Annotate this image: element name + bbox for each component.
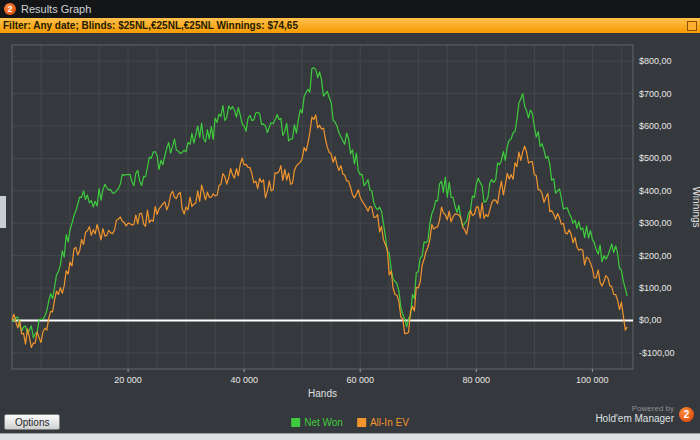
series-all-in-ev (12, 115, 627, 348)
options-button-label: Options (15, 417, 49, 428)
options-button[interactable]: Options (4, 414, 60, 430)
y-tick-label: $400,00 (639, 186, 672, 196)
filter-settings-icon[interactable] (687, 21, 697, 31)
legend-swatch-all-in-ev (357, 418, 366, 427)
background-window-sliver (0, 196, 6, 228)
hm2-footer-logo-icon: 2 (679, 407, 694, 422)
chart-legend: Net WonAll-In EV (291, 417, 409, 428)
x-axis-title: Hands (308, 388, 337, 399)
x-tick-label: 80 000 (463, 375, 491, 385)
y-tick-label: $800,00 (639, 56, 672, 66)
powered-by: Powered by Hold'em Manager 2 (595, 404, 694, 424)
series-net-won (12, 68, 627, 338)
legend-label-all-in-ev: All-In EV (370, 417, 409, 428)
y-tick-label: $600,00 (639, 121, 672, 131)
legend-label-net-won: Net Won (304, 417, 343, 428)
legend-swatch-net-won (291, 418, 300, 427)
y-tick-label: $300,00 (639, 218, 672, 228)
title-bar[interactable]: 2 Results Graph (0, 0, 700, 18)
holdem-manager-label: Hold'em Manager (595, 413, 674, 424)
y-tick-label: $500,00 (639, 153, 672, 163)
window-title: Results Graph (21, 3, 91, 15)
y-axis-title: Winnings (691, 186, 700, 227)
x-tick-label: 100 000 (576, 375, 609, 385)
filter-bar[interactable]: Filter: Any date; Blinds: $25NL,€25NL,€2… (0, 18, 700, 33)
y-tick-label: $0,00 (639, 315, 662, 325)
x-tick-label: 60 000 (346, 375, 374, 385)
x-tick-label: 20 000 (114, 375, 142, 385)
legend-item-net-won: Net Won (291, 417, 343, 428)
y-tick-label: -$100,00 (639, 348, 675, 358)
results-chart: 20 00040 00060 00080 000100 000$800,00$7… (0, 33, 700, 403)
y-tick-label: $700,00 (639, 89, 672, 99)
chart-footer: Options Net WonAll-In EV Powered by Hold… (0, 403, 700, 433)
chart-area: 20 00040 00060 00080 000100 000$800,00$7… (0, 33, 700, 403)
background-window-strip (0, 433, 700, 440)
y-tick-label: $200,00 (639, 251, 672, 261)
powered-by-label: Powered by (595, 404, 674, 413)
results-graph-window: 2 Results Graph Filter: Any date; Blinds… (0, 0, 700, 440)
legend-item-all-in-ev: All-In EV (357, 417, 409, 428)
powered-by-text: Powered by Hold'em Manager (595, 404, 674, 424)
hm2-logo-icon: 2 (4, 3, 16, 15)
x-tick-label: 40 000 (230, 375, 258, 385)
filter-summary: Filter: Any date; Blinds: $25NL,€25NL,€2… (3, 20, 298, 31)
y-tick-label: $100,00 (639, 283, 672, 293)
